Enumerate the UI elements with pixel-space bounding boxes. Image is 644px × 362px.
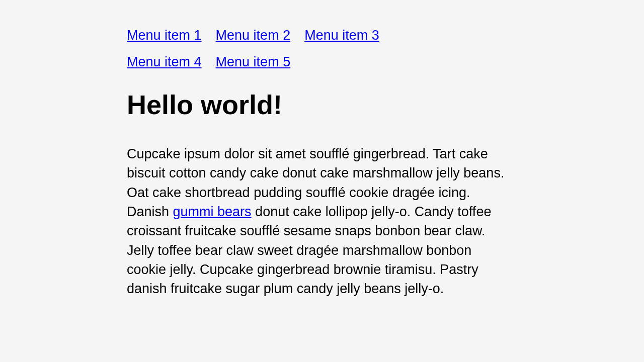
menu-item-5[interactable]: Menu item 5 <box>216 54 291 70</box>
inline-link-gummi-bears[interactable]: gummi bears <box>173 204 252 219</box>
body-paragraph: Cupcake ipsum dolor sit amet soufflé gin… <box>127 144 509 299</box>
menu-item-1[interactable]: Menu item 1 <box>127 28 202 43</box>
menu-row-2: Menu item 4 Menu item 5 <box>127 54 509 70</box>
menu-item-2[interactable]: Menu item 2 <box>216 28 291 43</box>
menu-item-3[interactable]: Menu item 3 <box>304 28 379 43</box>
page-heading: Hello world! <box>127 89 509 120</box>
menu-row-1: Menu item 1 Menu item 2 Menu item 3 <box>127 28 509 43</box>
menu-item-4[interactable]: Menu item 4 <box>127 54 202 70</box>
main-nav: Menu item 1 Menu item 2 Menu item 3 Menu… <box>127 28 509 70</box>
page-container: Menu item 1 Menu item 2 Menu item 3 Menu… <box>127 28 509 299</box>
